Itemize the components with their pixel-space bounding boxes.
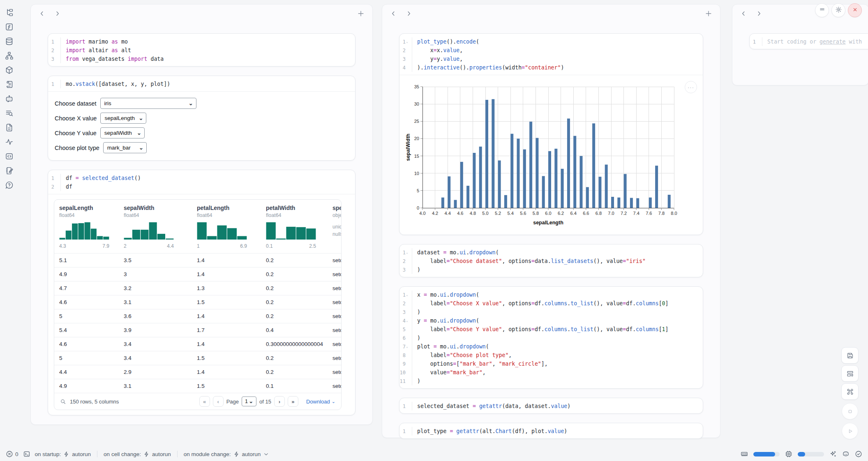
on-cell-change-setting[interactable]: on cell change: autorun — [104, 451, 171, 457]
page-total: of 15 — [259, 399, 271, 405]
y-value-select[interactable]: sepalWidth — [100, 127, 145, 138]
chevron-left-icon[interactable] — [390, 10, 397, 17]
code-line[interactable]: ).interactive().properties(width="contai… — [412, 63, 703, 72]
snippets-icon[interactable] — [5, 123, 14, 132]
code-line[interactable]: df — [61, 182, 355, 191]
code-line[interactable]: plot_type = getattr(alt.Chart(df), plot.… — [412, 427, 703, 436]
code-line[interactable]: plot = mo.ui.dropdown( — [412, 342, 703, 351]
svg-text:5.2: 5.2 — [495, 211, 501, 216]
column-header-petalWidth[interactable]: petalWidthfloat640.12.5 — [266, 205, 332, 249]
code-editor[interactable]: 12df = selected_dataset()df — [48, 170, 355, 194]
dataset-select[interactable]: iris — [100, 98, 196, 109]
code-editor[interactable]: 123import marimo as moimport altair as a… — [48, 34, 355, 66]
chat-icon[interactable] — [5, 95, 14, 103]
code-line[interactable]: options=["mark_bar", "mark_circle"], — [412, 360, 703, 368]
chevron-left-icon[interactable] — [38, 10, 46, 17]
fold-chevron-icon: ⌄ — [406, 293, 410, 297]
code-line[interactable]: Start coding or generate with — [762, 37, 868, 46]
code-line[interactable]: label="Choose Y value", options=df.colum… — [412, 325, 703, 334]
download-button[interactable]: Download⌄ — [306, 399, 335, 405]
tracing-icon[interactable] — [5, 138, 14, 146]
chart-menu-button[interactable]: ··· — [685, 81, 697, 93]
run-button[interactable] — [842, 423, 858, 439]
last-page-button[interactable]: » — [288, 396, 298, 407]
code-editor[interactable]: 1Start coding or generate with — [750, 34, 868, 49]
save-button[interactable] — [841, 347, 859, 364]
search-icon[interactable] — [60, 399, 66, 405]
error-count: 0 — [15, 451, 18, 457]
shutdown-button[interactable] — [848, 3, 862, 17]
check-circle-icon[interactable] — [855, 450, 862, 458]
code-line[interactable]: ) — [412, 265, 703, 274]
code-line[interactable]: import altair as alt — [61, 46, 355, 55]
menu-button[interactable] — [815, 3, 829, 17]
code-editor[interactable]: 1mo.vstack([dataset, x, y, plot]) — [48, 76, 355, 91]
table-cell: 1.4 — [197, 271, 266, 277]
code-line[interactable]: selected_dataset = getattr(data, dataset… — [412, 402, 703, 410]
plot-type-select[interactable]: mark_bar — [103, 142, 147, 153]
chevron-right-icon[interactable] — [54, 10, 61, 17]
column-header-petalLength[interactable]: petalLengthfloat6416.9 — [197, 205, 266, 249]
code-line[interactable]: plot_type().encode( — [412, 37, 703, 46]
setting-label: on startup: — [35, 451, 61, 457]
code-editor[interactable]: 1⌄23dataset = mo.ui.dropdown( label="Cho… — [399, 244, 703, 277]
column-header-sepalLength[interactable]: sepalLengthfloat644.37.9 — [54, 205, 124, 249]
error-indicator[interactable]: 0 — [6, 450, 18, 458]
code-line[interactable]: value="mark_bar", — [412, 368, 703, 377]
code-editor[interactable]: 1selected_dataset = getattr(data, datase… — [399, 398, 703, 413]
functions-icon[interactable] — [5, 23, 14, 31]
code-line[interactable]: import marimo as mo — [61, 37, 355, 46]
code-editor[interactable]: 1⌄234plot_type().encode( x=x.value, y=y.… — [399, 34, 703, 75]
code-line[interactable]: label="Choose plot type", — [412, 351, 703, 360]
layout-button[interactable] — [841, 365, 859, 382]
first-page-button[interactable]: « — [199, 396, 210, 407]
file-tree-icon[interactable] — [5, 8, 14, 17]
chevron-left-icon[interactable] — [740, 10, 747, 17]
bar-chart[interactable]: 4.04.24.44.64.85.05.25.45.65.86.06.26.46… — [405, 80, 693, 227]
doc-search-icon[interactable] — [5, 109, 14, 118]
x-value-select[interactable]: sepalLength — [100, 113, 146, 124]
copilot-icon[interactable] — [842, 450, 850, 458]
chevron-right-icon[interactable] — [755, 10, 763, 17]
code-line[interactable]: from vega_datasets import data — [61, 55, 355, 63]
code-line[interactable]: ) — [412, 334, 703, 342]
add-cell-button[interactable] — [704, 9, 713, 18]
sparkles-icon[interactable] — [829, 450, 837, 458]
code-line[interactable]: label="Choose X value", options=df.colum… — [412, 299, 703, 308]
page-select[interactable]: 1 — [242, 396, 256, 406]
code-line[interactable]: label="Choose dataset", options=data.lis… — [412, 257, 703, 265]
keyboard-shortcuts-button[interactable] — [841, 383, 859, 400]
code-line[interactable]: x=x.value, — [412, 46, 703, 55]
code-line[interactable]: df = selected_dataset() — [61, 174, 355, 182]
code-line[interactable]: ) — [412, 377, 703, 385]
code-line[interactable]: y=y.value, — [412, 55, 703, 63]
code-editor[interactable]: 1plot_type = getattr(alt.Chart(df), plot… — [399, 423, 703, 438]
line-number-gutter: 1 — [399, 402, 412, 410]
logs-icon[interactable] — [5, 80, 14, 89]
code-square-icon[interactable] — [5, 152, 14, 161]
scratchpad-icon[interactable] — [5, 166, 14, 175]
next-page-button[interactable]: › — [274, 396, 285, 407]
settings-button[interactable] — [831, 3, 845, 17]
on-module-change-setting[interactable]: on module change: autorun — [184, 451, 270, 457]
packages-icon[interactable] — [5, 66, 14, 74]
code-editor[interactable]: 1⌄234⌄567⌄891011x = mo.ui.dropdown( labe… — [399, 287, 703, 388]
table-row: 5.43.91.70.4setosa — [54, 323, 341, 337]
column-header-species[interactable]: speciesobjectunique:nulls: — [332, 205, 341, 249]
database-icon[interactable] — [5, 37, 14, 46]
terminal-icon[interactable] — [23, 450, 30, 458]
on-startup-setting[interactable]: on startup: autorun — [35, 451, 91, 457]
help-icon[interactable] — [5, 181, 14, 189]
add-cell-button[interactable] — [357, 9, 365, 18]
code-line[interactable]: x = mo.ui.dropdown( — [412, 290, 703, 299]
code-line[interactable]: ) — [412, 308, 703, 316]
code-line[interactable]: mo.vstack([dataset, x, y, plot]) — [61, 80, 355, 88]
column-header-sepalWidth[interactable]: sepalWidthfloat6424.4 — [124, 205, 197, 249]
code-line[interactable]: y = mo.ui.dropdown( — [412, 316, 703, 325]
line-number: 10 — [399, 368, 412, 377]
code-line[interactable]: dataset = mo.ui.dropdown( — [412, 248, 703, 257]
chevron-right-icon[interactable] — [405, 10, 413, 17]
dependency-graph-icon[interactable] — [5, 51, 14, 60]
stop-button[interactable] — [842, 403, 858, 420]
prev-page-button[interactable]: ‹ — [213, 396, 224, 407]
